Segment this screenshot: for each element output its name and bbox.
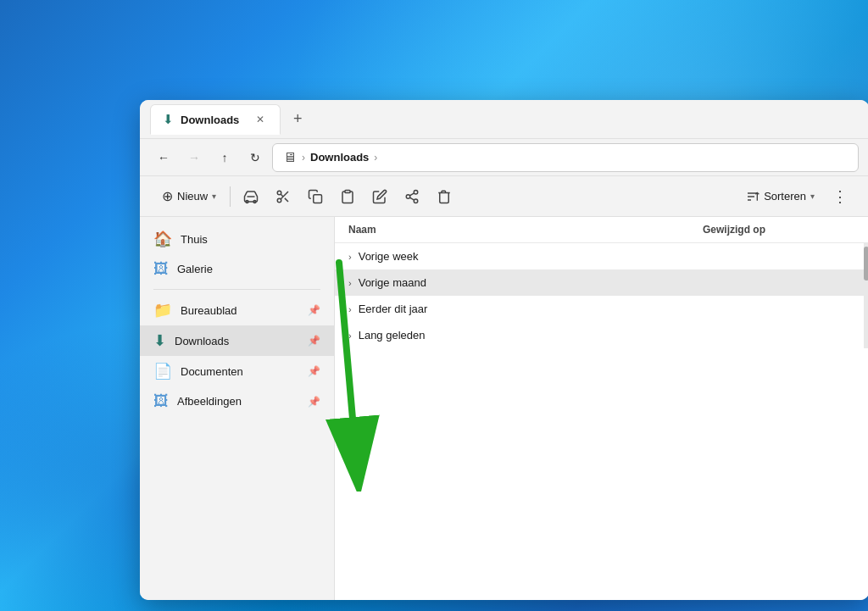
sidebar-item-afbeeldingen[interactable]: 🖼 Afbeeldingen 📌 xyxy=(140,386,334,416)
address-location: Downloads xyxy=(310,151,369,164)
bureaublad-icon: 📁 xyxy=(153,301,172,319)
sidebar-item-bureaublad[interactable]: 📁 Bureaublad 📌 xyxy=(140,295,334,325)
pc-icon: 🖥 xyxy=(283,150,297,165)
content-area: 🏠 Thuis 🖼 Galerie 📁 Bureaublad 📌 ⬇ Downl… xyxy=(140,217,868,600)
address-bar[interactable]: 🖥 › Downloads › xyxy=(272,143,859,172)
thuis-icon: 🏠 xyxy=(153,230,172,248)
scrollbar-thumb[interactable] xyxy=(864,247,868,281)
col-date-header: Gewijzigd op xyxy=(703,224,855,236)
sidebar-item-label-downloads: Downloads xyxy=(175,335,299,347)
group-vorige-week[interactable]: › Vorige week xyxy=(335,243,868,269)
active-tab[interactable]: ⬇ Downloads ✕ xyxy=(150,104,281,135)
downloads-icon: ⬇ xyxy=(153,331,166,350)
svg-line-7 xyxy=(281,194,283,197)
scrollbar-track xyxy=(864,243,868,348)
sidebar-item-thuis[interactable]: 🏠 Thuis xyxy=(140,224,334,254)
svg-rect-8 xyxy=(314,194,322,203)
toolbar-sep-1 xyxy=(230,186,231,207)
navbar: ← → ↑ ↻ 🖥 › Downloads › xyxy=(140,139,868,176)
galerie-icon: 🖼 xyxy=(153,260,169,278)
group-eerder-dit-jaar[interactable]: › Eerder dit jaar xyxy=(335,296,868,322)
tab-close-button[interactable]: ✕ xyxy=(253,112,268,127)
group-label-vorige-maand: Vorige maand xyxy=(359,276,426,289)
breadcrumb-sep-1: › xyxy=(302,152,305,164)
svg-point-12 xyxy=(414,199,418,203)
documenten-icon: 📄 xyxy=(153,362,172,380)
file-list: Naam Gewijzigd op › Vorige week › Vorige… xyxy=(335,217,868,600)
sidebar-item-label-galerie: Galerie xyxy=(177,263,320,275)
cut-button[interactable] xyxy=(236,181,266,212)
group-lang-geleden[interactable]: › Lang geleden xyxy=(335,322,868,348)
sidebar-item-label-afbeeldingen: Afbeeldingen xyxy=(177,395,299,408)
tab-title: Downloads xyxy=(181,114,239,126)
more-options-button[interactable]: ⋮ xyxy=(825,181,855,212)
svg-line-14 xyxy=(410,192,415,195)
tab-download-icon: ⬇ xyxy=(163,112,174,127)
breadcrumb-sep-2: › xyxy=(374,152,377,164)
pin-icon-documenten: 📌 xyxy=(308,365,320,377)
sidebar-item-label-documenten: Documenten xyxy=(181,365,299,378)
back-button[interactable]: ← xyxy=(150,144,177,171)
svg-point-10 xyxy=(414,190,418,194)
afbeeldingen-icon: 🖼 xyxy=(153,392,169,410)
sidebar-item-downloads[interactable]: ⬇ Downloads 📌 xyxy=(140,325,334,356)
up-button[interactable]: ↑ xyxy=(211,144,238,171)
chevron-lang-geleden: › xyxy=(348,330,352,341)
rename-button[interactable] xyxy=(364,181,395,212)
svg-rect-9 xyxy=(345,190,350,192)
copy-button[interactable] xyxy=(300,181,331,212)
chevron-eerder-dit-jaar: › xyxy=(348,304,352,314)
refresh-button[interactable]: ↻ xyxy=(242,144,269,171)
paste-button[interactable] xyxy=(332,181,363,212)
svg-line-6 xyxy=(285,197,288,201)
group-label-vorige-week: Vorige week xyxy=(359,250,419,263)
delete-button[interactable] xyxy=(429,181,459,212)
chevron-vorige-week: › xyxy=(348,252,352,262)
filelist-header: Naam Gewijzigd op xyxy=(335,217,868,243)
forward-button[interactable]: → xyxy=(181,144,208,171)
sort-dropdown-icon: ▾ xyxy=(810,192,815,201)
group-vorige-maand[interactable]: › Vorige maand xyxy=(335,269,868,296)
sidebar-divider-1 xyxy=(153,289,320,290)
toolbar: ⊕ Nieuw ▾ xyxy=(140,176,868,217)
group-label-eerder-dit-jaar: Eerder dit jaar xyxy=(359,303,428,315)
group-label-lang-geleden: Lang geleden xyxy=(359,329,426,342)
pin-icon-afbeeldingen: 📌 xyxy=(308,396,320,408)
svg-point-11 xyxy=(406,194,410,198)
sidebar-item-galerie[interactable]: 🖼 Galerie xyxy=(140,254,334,284)
sidebar-item-label-thuis: Thuis xyxy=(181,233,320,246)
sidebar-item-documenten[interactable]: 📄 Documenten 📌 xyxy=(140,356,334,386)
cut-scissors-button[interactable] xyxy=(268,181,298,212)
chevron-vorige-maand: › xyxy=(348,278,352,288)
col-name-header: Naam xyxy=(348,224,703,236)
new-icon: ⊕ xyxy=(162,188,173,204)
svg-point-3 xyxy=(277,191,281,195)
file-explorer-window: ⬇ Downloads ✕ + ← → ↑ ↻ 🖥 › Downloads › … xyxy=(140,100,868,600)
svg-point-4 xyxy=(277,198,281,203)
new-tab-button[interactable]: + xyxy=(286,108,309,131)
new-dropdown-icon: ▾ xyxy=(212,192,216,201)
share-button[interactable] xyxy=(397,181,427,212)
titlebar: ⬇ Downloads ✕ + xyxy=(140,100,868,139)
new-label: Nieuw xyxy=(177,190,208,203)
new-button[interactable]: ⊕ Nieuw ▾ xyxy=(153,184,225,208)
pin-icon-bureaublad: 📌 xyxy=(308,304,320,316)
pin-icon-downloads: 📌 xyxy=(308,335,320,347)
svg-line-13 xyxy=(410,197,415,200)
sidebar-item-label-bureaublad: Bureaublad xyxy=(181,304,299,317)
sidebar: 🏠 Thuis 🖼 Galerie 📁 Bureaublad 📌 ⬇ Downl… xyxy=(140,217,335,600)
sort-button[interactable]: Sorteren ▾ xyxy=(737,186,823,208)
sort-label: Sorteren xyxy=(764,190,806,203)
